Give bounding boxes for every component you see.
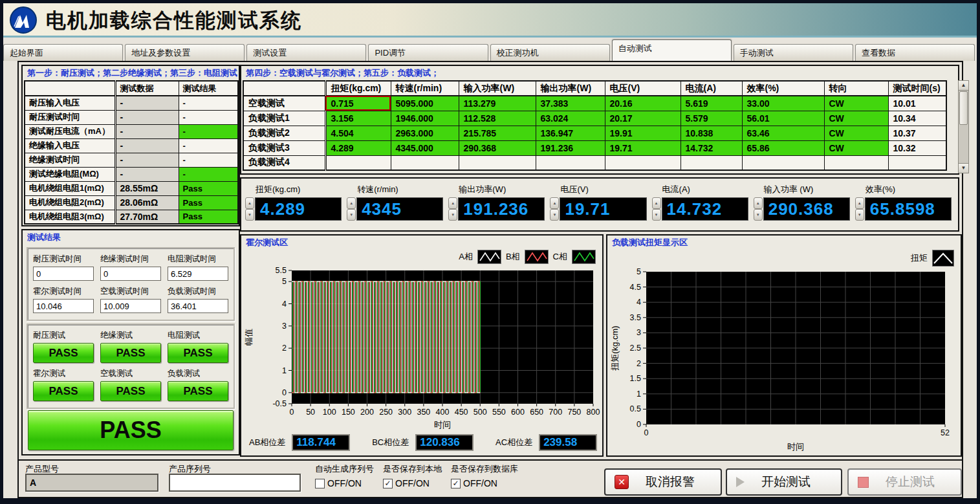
table-cell[interactable]: 33.00 (742, 96, 824, 111)
cell-result: - (179, 110, 238, 124)
table-cell[interactable]: 10.838 (681, 126, 742, 140)
cancel-alarm-button[interactable]: ✕ 取消报警 (604, 468, 722, 496)
tab-start-page[interactable]: 起始界面 (3, 44, 123, 61)
tab-auto-test[interactable]: 自动测试 (612, 39, 732, 61)
table-cell[interactable] (536, 155, 605, 170)
time-value-noload[interactable] (100, 299, 161, 313)
table-cell[interactable]: CW (824, 111, 888, 126)
table-cell[interactable]: 5.619 (681, 96, 742, 111)
table-cell[interactable]: 4.289 (325, 140, 391, 155)
table-cell[interactable]: CW (824, 140, 888, 155)
table-cell[interactable]: CW (824, 96, 888, 111)
table-cell[interactable]: 65.86 (742, 140, 824, 155)
product-model-input[interactable] (25, 474, 158, 492)
table-cell[interactable]: 4.504 (325, 126, 391, 140)
table-cell[interactable] (888, 155, 946, 170)
table-cell[interactable]: 112.528 (459, 111, 536, 126)
table-cell[interactable]: 3.156 (325, 111, 391, 126)
table-cell[interactable]: 10.37 (888, 126, 946, 140)
table-cell[interactable]: CW (824, 126, 888, 140)
pass-indicator-noload: PASS (100, 381, 161, 401)
table-cell[interactable]: 37.383 (536, 96, 605, 111)
table-cell[interactable]: 10.01 (888, 96, 946, 111)
table-cell[interactable]: 113.279 (459, 96, 536, 111)
stop-test-button[interactable]: 停止测试 (847, 468, 962, 496)
table-cell[interactable]: 63.46 (742, 126, 824, 140)
time-value-hall[interactable] (33, 299, 94, 313)
table-cell[interactable] (824, 155, 888, 170)
scroll-up-icon[interactable]: ▲ (959, 81, 968, 91)
decrement-icon[interactable]: ▼ (855, 209, 864, 221)
tab-test-settings[interactable]: 测试设置 (246, 44, 366, 61)
table-cell[interactable]: 19.71 (605, 140, 681, 155)
table-cell[interactable]: 20.16 (605, 96, 681, 111)
increment-icon[interactable]: ▲ (448, 197, 457, 209)
step45-header: 输出功率(W) (536, 81, 605, 96)
svg-text:650: 650 (530, 408, 543, 417)
table-cell[interactable] (605, 155, 681, 170)
cell-data: 27.70mΩ (115, 210, 179, 224)
table-cell[interactable] (459, 155, 536, 170)
tab-pid-tuning[interactable]: PID调节 (368, 44, 488, 61)
table-cell[interactable]: 191.236 (536, 140, 605, 155)
decrement-icon[interactable]: ▼ (448, 209, 457, 221)
torque-chart: 05200.511.522.533.544.55时间扭矩(kg.cm) (609, 268, 959, 454)
table-cell[interactable]: 5.579 (681, 111, 742, 126)
table-cell[interactable]: 19.91 (605, 126, 681, 140)
table-scrollbar[interactable]: ▲ ▼ (958, 80, 969, 173)
display-input-power: 输入功率 (W) ▲▼ 290.368 (754, 182, 850, 228)
indicator-label: 电阻测试 (168, 330, 228, 341)
time-value-withstand[interactable] (33, 267, 94, 281)
table-cell[interactable]: 14.732 (681, 140, 742, 155)
save-local-checkbox[interactable]: ✓ (383, 479, 393, 488)
table-cell[interactable] (325, 155, 391, 170)
tab-calibrate-dyno[interactable]: 校正测功机 (490, 44, 610, 61)
increment-icon[interactable]: ▲ (855, 197, 864, 209)
svg-text:2: 2 (282, 344, 287, 353)
table-cell-selected[interactable]: 0.715 (325, 96, 391, 111)
table-cell[interactable]: 1946.000 (391, 111, 459, 126)
decrement-icon[interactable]: ▼ (245, 209, 254, 221)
time-value-load[interactable] (168, 299, 228, 313)
table-cell[interactable]: 2963.000 (391, 126, 459, 140)
table-cell[interactable]: 5095.000 (391, 96, 459, 111)
time-value-resistance[interactable] (168, 267, 228, 281)
table-cell[interactable]: 63.024 (536, 111, 605, 126)
tab-address-params[interactable]: 地址及参数设置 (125, 44, 245, 61)
table-cell[interactable]: 290.368 (459, 140, 536, 155)
save-database-checkbox[interactable]: ✓ (451, 479, 461, 488)
table-cell[interactable]: 56.01 (742, 111, 824, 126)
increment-icon[interactable]: ▲ (550, 197, 559, 209)
scroll-down-icon[interactable]: ▼ (959, 163, 968, 173)
table-cell[interactable]: 4345.000 (391, 140, 459, 155)
tab-view-data[interactable]: 查看数据 (855, 44, 975, 61)
auto-serial-checkbox[interactable] (315, 479, 325, 488)
legend-label-torque: 扭矩 (911, 252, 928, 264)
svg-text:300: 300 (398, 408, 411, 417)
decrement-icon[interactable]: ▼ (347, 209, 356, 221)
start-test-button[interactable]: 开始测试 (726, 468, 842, 496)
svg-text:时间: 时间 (434, 420, 451, 430)
table-cell[interactable]: 215.785 (459, 126, 536, 140)
table-cell[interactable]: 136.947 (536, 126, 605, 140)
increment-icon[interactable]: ▲ (652, 197, 661, 209)
increment-icon[interactable]: ▲ (754, 197, 763, 209)
scrollbar-thumb[interactable] (959, 91, 968, 125)
decrement-icon[interactable]: ▼ (550, 209, 559, 221)
decrement-icon[interactable]: ▼ (754, 209, 763, 221)
table-cell[interactable]: 20.17 (605, 111, 681, 126)
serial-number-input[interactable] (169, 474, 301, 492)
table-cell[interactable] (681, 155, 742, 170)
table-cell[interactable]: 10.34 (888, 111, 946, 126)
increment-icon[interactable]: ▲ (347, 197, 356, 209)
time-value-insulation[interactable] (100, 267, 161, 281)
table-cell[interactable] (742, 155, 824, 170)
indicator-label: 耐压测试 (33, 330, 94, 341)
svg-text:2.5: 2.5 (630, 344, 641, 353)
increment-icon[interactable]: ▲ (245, 197, 254, 209)
table-cell[interactable] (391, 155, 459, 170)
tab-manual-test[interactable]: 手动测试 (734, 44, 853, 61)
table-cell[interactable]: 10.32 (888, 140, 946, 155)
decrement-icon[interactable]: ▼ (652, 209, 661, 221)
svg-text:550: 550 (492, 408, 506, 417)
